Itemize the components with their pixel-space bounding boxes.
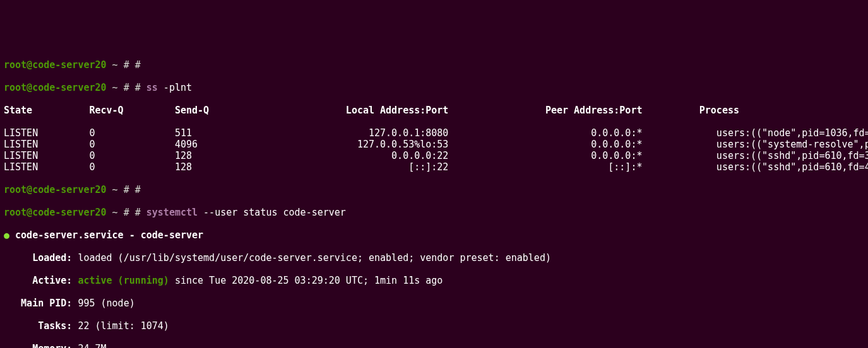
prompt-sep: ~ # (107, 207, 129, 218)
service-name: code-server.service - code-server (15, 229, 203, 241)
status-bullet-icon: ● (4, 229, 9, 241)
status-memory: Memory: 24.7M (4, 343, 864, 348)
prompt-hash: # (129, 207, 141, 218)
status-loaded: Loaded: loaded (/usr/lib/systemd/user/co… (4, 252, 864, 264)
prompt-line: root@code-server20 ~ # # (4, 184, 864, 195)
active-state: active (running) (72, 275, 169, 286)
cmd-systemctl: systemctl (146, 207, 198, 218)
status-mainpid: Main PID: 995 (node) (4, 298, 864, 309)
prompt-hash: # (129, 184, 141, 195)
prompt-sep: ~ # (107, 184, 129, 195)
prompt-line: root@code-server20 ~ # # (4, 59, 864, 71)
prompt-sep: ~ # (107, 59, 129, 71)
prompt-user-host: root@code-server20 (4, 207, 107, 218)
status-tasks: Tasks: 22 (limit: 1074) (4, 320, 864, 332)
prompt-hash: # (129, 59, 141, 71)
prompt-user-host: root@code-server20 (4, 184, 107, 195)
prompt-user-host: root@code-server20 (4, 82, 107, 93)
ss-row: LISTEN 0 128 [::]:22 [::]:* users:(("ssh… (4, 161, 864, 173)
prompt-user-host: root@code-server20 (4, 59, 107, 71)
cmd-ss: ss (146, 82, 158, 93)
prompt-hash: # (129, 82, 141, 93)
service-title: ● code-server.service - code-server (4, 229, 864, 241)
prompt-line-ss[interactable]: root@code-server20 ~ # # ss -plnt (4, 82, 864, 93)
cmd-ss-args: -plnt (158, 82, 192, 93)
prompt-sep: ~ # (107, 82, 129, 93)
ss-row: LISTEN 0 511 127.0.0.1:8080 0.0.0.0:* us… (4, 127, 864, 139)
status-active: Active: active (running) since Tue 2020-… (4, 275, 864, 286)
terminal-output: root@code-server20 ~ # # root@code-serve… (4, 48, 864, 348)
prompt-line-systemctl[interactable]: root@code-server20 ~ # # systemctl --use… (4, 207, 864, 218)
ss-header: State Recv-Q Send-Q Local Address:Port P… (4, 105, 864, 116)
ss-rows: LISTEN 0 511 127.0.0.1:8080 0.0.0.0:* us… (4, 127, 864, 173)
cmd-systemctl-args: --user status code-server (198, 207, 346, 218)
ss-row: LISTEN 0 128 0.0.0.0:22 0.0.0.0:* users:… (4, 150, 864, 161)
ss-row: LISTEN 0 4096 127.0.0.53%lo:53 0.0.0.0:*… (4, 139, 864, 150)
